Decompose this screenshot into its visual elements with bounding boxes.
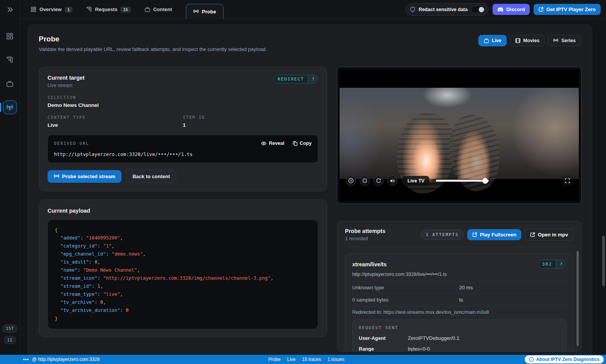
sidebar-item-probe[interactable] bbox=[3, 100, 17, 114]
about-button[interactable]: About IPTV Zero Diagnostics bbox=[525, 356, 604, 364]
current-target-header: Current target Live stream REDIRECT ? bbox=[48, 75, 318, 88]
volume-slider[interactable] bbox=[436, 180, 489, 182]
tab-requests[interactable]: Requests 15 bbox=[86, 7, 131, 13]
tab-label: Requests bbox=[95, 7, 118, 12]
get-player-button[interactable]: Get IPTV Player Zero bbox=[534, 4, 601, 15]
film-icon bbox=[515, 38, 521, 43]
header-value: bytes=0-0 bbox=[408, 346, 560, 352]
eye-icon bbox=[261, 141, 266, 146]
info-icon bbox=[529, 357, 534, 362]
external-link-icon bbox=[530, 232, 535, 237]
mode-button-label: Series bbox=[561, 38, 576, 43]
video-frame bbox=[340, 88, 579, 179]
tv-icon bbox=[6, 80, 13, 87]
derived-url-value: http://iptvplayerzero.com:3328/live/•••/… bbox=[54, 151, 312, 157]
tv-icon bbox=[484, 38, 489, 43]
sidebar-item-overview[interactable] bbox=[3, 29, 17, 43]
content-type-value: Live bbox=[48, 122, 183, 128]
reload-button[interactable] bbox=[373, 175, 384, 186]
shield-icon bbox=[410, 7, 415, 12]
back-to-content-button[interactable]: Back to content bbox=[126, 170, 177, 183]
status-help[interactable]: ? bbox=[556, 260, 566, 268]
redirect-badge[interactable]: REDIRECT ? bbox=[273, 75, 318, 84]
play-fullscreen-button[interactable]: Play Fullscreen bbox=[467, 229, 521, 240]
current-target-subtitle: Live stream bbox=[48, 83, 85, 88]
statusbar-host-block: ••• @ http://iptvplayerzero.com:3328 bbox=[0, 357, 100, 362]
current-target-card: Current target Live stream REDIRECT ? SE… bbox=[39, 67, 327, 191]
copy-button[interactable]: Copy bbox=[293, 141, 312, 146]
detail-left: 0 sampled bytes bbox=[352, 297, 459, 303]
statusbar-item-issues: 1 issues bbox=[327, 357, 344, 362]
tab-overview[interactable]: Overview 1 bbox=[31, 7, 72, 13]
issues-count-pill: 1I bbox=[4, 336, 16, 344]
mode-button-label: Live bbox=[492, 38, 501, 43]
sidebar: 15T 1I bbox=[0, 0, 20, 355]
copy-icon bbox=[293, 141, 297, 146]
probe-stream-button[interactable]: Probe selected stream bbox=[48, 170, 122, 183]
sidebar-nav bbox=[0, 29, 20, 114]
attempt-detail-row: Unknown type 20 ms bbox=[352, 282, 566, 294]
mode-button-movies[interactable]: Movies bbox=[510, 35, 545, 46]
detail-right: ts bbox=[459, 297, 566, 303]
external-link-icon bbox=[472, 232, 477, 237]
grid-icon bbox=[6, 33, 13, 40]
broadcast-icon bbox=[193, 9, 199, 15]
probe-attempts-header: Probe attempts 1 recorded 1 ATTEMPTS Pla… bbox=[345, 228, 573, 247]
attempts-count-badge: 1 ATTEMPTS bbox=[421, 230, 464, 240]
detail-right: 20 ms bbox=[459, 285, 566, 290]
tab-probe[interactable]: Probe bbox=[186, 4, 223, 19]
mode-button-live[interactable]: Live bbox=[478, 35, 507, 46]
sidebar-item-content[interactable] bbox=[3, 77, 17, 90]
header-name: User-Agent bbox=[359, 335, 408, 341]
attempt-header: xtream/live/ts 302 ? bbox=[352, 260, 566, 269]
discord-button-label: Discord bbox=[506, 7, 525, 12]
tab-content[interactable]: Content bbox=[145, 7, 172, 12]
mode-switcher: Live Movies Series bbox=[478, 35, 581, 46]
item-id-value: 1 bbox=[183, 122, 318, 128]
statusbar-item-traces: 15 traces bbox=[302, 357, 321, 362]
fullscreen-button[interactable] bbox=[562, 175, 573, 186]
statusbar: ••• @ http://iptvplayerzero.com:3328 Pro… bbox=[0, 355, 606, 364]
video-screen[interactable]: Live TV bbox=[340, 69, 579, 201]
page-scrollbar-thumb[interactable] bbox=[602, 236, 605, 286]
play-fullscreen-label: Play Fullscreen bbox=[480, 232, 516, 238]
status-code: 302 bbox=[539, 260, 556, 268]
scroll-icon bbox=[6, 56, 13, 64]
volume-button[interactable] bbox=[387, 175, 397, 186]
request-header-row: Range bytes=0-0 bbox=[359, 346, 560, 352]
redact-toggle-pill[interactable]: Redact sensitive data bbox=[405, 3, 489, 16]
discord-icon bbox=[498, 7, 504, 12]
derived-url-label: DERIVED URL bbox=[54, 141, 89, 146]
sidebar-item-requests[interactable] bbox=[3, 53, 17, 67]
attempt-detail-row: 0 sampled bytes ts bbox=[352, 294, 566, 306]
attempt-url: http://iptvplayerzero.com:3328/live/•••/… bbox=[352, 272, 566, 282]
open-in-mpv-label: Open in mpv bbox=[538, 232, 568, 238]
sidebar-expand-button[interactable] bbox=[0, 0, 20, 19]
copy-button-label: Copy bbox=[300, 141, 312, 146]
broadcast-icon bbox=[553, 38, 558, 43]
mode-button-label: Movies bbox=[523, 38, 539, 43]
discord-button[interactable]: Discord bbox=[493, 4, 530, 15]
stop-button[interactable] bbox=[360, 175, 370, 186]
sidebar-pills: 15T 1I bbox=[0, 325, 20, 344]
chevrons-right-icon bbox=[7, 7, 13, 12]
mode-button-series[interactable]: Series bbox=[548, 35, 581, 46]
tab-label: Content bbox=[153, 7, 172, 12]
back-to-content-label: Back to content bbox=[133, 174, 170, 179]
reveal-button[interactable]: Reveal bbox=[261, 141, 284, 146]
scroll-icon bbox=[86, 7, 92, 12]
pause-button[interactable] bbox=[346, 175, 356, 186]
item-id-block: ITEM ID 1 bbox=[183, 108, 318, 128]
request-sent-box: REQUEST SENT User-Agent ZeroIPTVDebugger… bbox=[352, 320, 566, 352]
item-id-label: ITEM ID bbox=[183, 115, 318, 120]
slider-knob[interactable] bbox=[482, 178, 488, 184]
player-controls: Live TV bbox=[346, 175, 573, 186]
redirect-badge-help[interactable]: ? bbox=[308, 75, 318, 83]
external-link-icon bbox=[539, 7, 544, 12]
status-badge[interactable]: 302 ? bbox=[538, 260, 567, 269]
statusbar-items: Probe Live 15 traces 1 issues bbox=[268, 357, 344, 362]
probe-attempts-titles: Probe attempts 1 recorded bbox=[345, 228, 386, 241]
redact-toggle-switch[interactable] bbox=[471, 6, 485, 13]
open-in-mpv-button[interactable]: Open in mpv bbox=[525, 229, 573, 241]
attempts-scrollbar-thumb[interactable] bbox=[576, 251, 579, 346]
